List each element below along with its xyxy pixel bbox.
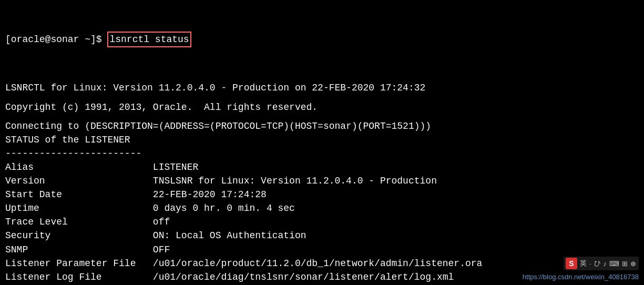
terminal-line: ------------------------ [5, 147, 639, 160]
sogou-keyboard[interactable]: ⌨ [609, 260, 620, 268]
sogou-dot: · [589, 260, 592, 268]
sogou-icon[interactable]: S [566, 258, 577, 269]
terminal-window: [oracle@sonar ~]$ lsnrctl status LSNRCTL… [0, 0, 644, 285]
terminal-line: Alias LISTENER [5, 160, 639, 174]
terminal-line: Start Date 22-FEB-2020 17:24:28 [5, 188, 639, 201]
sogou-items: 英 · ひ ♪ ⌨ ⊞ ⊕ [579, 259, 637, 268]
terminal-line: Copyright (c) 1991, 2013, Oracle. All ri… [5, 100, 639, 114]
sogou-grid[interactable]: ⊞ [621, 260, 628, 268]
terminal-output: LSNRCTL for Linux: Version 11.2.0.4.0 - … [5, 76, 639, 285]
terminal-line: Security ON: Local OS Authentication [5, 229, 639, 242]
terminal-line [5, 114, 639, 119]
sogou-lang[interactable]: 英 [579, 259, 587, 268]
sogou-jp[interactable]: ひ [594, 259, 601, 268]
terminal-line: Listener Parameter File /u01/oracle/prod… [5, 257, 639, 270]
sogou-plus[interactable]: ⊕ [630, 260, 637, 268]
terminal-line: Version TNSLSNR for Linux: Version 11.2.… [5, 174, 639, 188]
terminal-line: LSNRCTL for Linux: Version 11.2.0.4.0 - … [5, 81, 639, 95]
terminal-line: STATUS of the LISTENER [5, 133, 639, 147]
terminal-line: Connecting to (DESCRIPTION=(ADDRESS=(PRO… [5, 119, 639, 133]
prompt-line: [oracle@sonar ~]$ lsnrctl status [5, 32, 639, 47]
terminal-line: SNMP OFF [5, 243, 639, 257]
terminal-line: Uptime 0 days 0 hr. 0 min. 4 sec [5, 201, 639, 215]
sogou-voice[interactable]: ♪ [603, 260, 608, 268]
command-text: lsnrctl status [107, 32, 191, 47]
sogou-toolbar[interactable]: S 英 · ひ ♪ ⌨ ⊞ ⊕ [564, 257, 639, 270]
terminal-line [5, 95, 639, 100]
prompt-text: [oracle@sonar ~]$ [5, 33, 107, 46]
csdn-link[interactable]: https://blog.csdn.net/weixin_40816738 [523, 273, 639, 281]
terminal-line [5, 76, 639, 81]
terminal-line: Trace Level off [5, 215, 639, 229]
